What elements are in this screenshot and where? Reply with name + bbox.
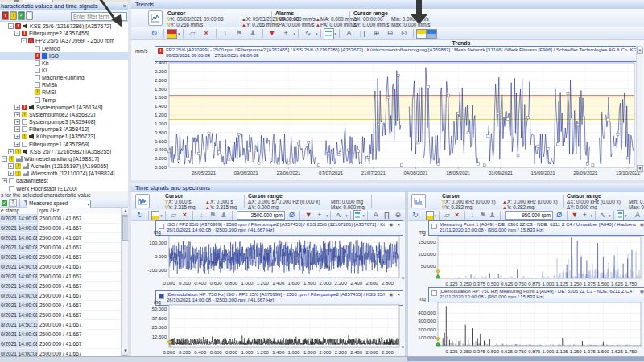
tree-item[interactable]: +!Kühlpumpe1 [A356723] <box>0 133 128 140</box>
zoom-wave-icon[interactable]: ∿ <box>302 28 314 39</box>
table-row[interactable]: 0/2021 14:00:082500.000 / 41.667 <box>0 214 121 224</box>
column-rpm-hz[interactable]: rpm / Hz <box>38 208 60 214</box>
tree-item[interactable]: -!Filterpumpe2 [A357455] <box>0 30 128 37</box>
tree-item[interactable]: Werk Höchstadt [E1200] <box>0 184 128 191</box>
dropdown-arrow-icon[interactable]: ▾ <box>160 213 163 218</box>
expand-expander-icon[interactable]: + <box>8 163 14 169</box>
column-time-stamp[interactable]: e stamp <box>0 208 38 214</box>
characteristic-checkbox[interactable] <box>35 82 40 88</box>
filter-input[interactable] <box>71 12 127 21</box>
tree-item[interactable]: Kh <box>0 60 128 67</box>
zoom-wave-icon[interactable]: ∿ <box>599 210 607 220</box>
table-row[interactable]: 0/2021 14:00:082500.000 / 41.667 <box>0 330 121 339</box>
chart-blue-icon[interactable] <box>427 29 437 39</box>
trends-scrollbar[interactable]: ▲ ▼ <box>636 46 642 173</box>
harmonic-cursor-icon[interactable] <box>353 210 362 221</box>
expand-expander-icon[interactable]: + <box>14 112 20 117</box>
collapse-expander-icon[interactable]: - <box>2 156 7 162</box>
legend-close-icon[interactable]: × <box>397 292 400 298</box>
tree-item[interactable]: +Filterpumpe1 [A357869] <box>0 141 128 148</box>
flag-icon[interactable]: ⚑ <box>208 210 217 220</box>
dropdown-arrow-icon[interactable]: ▾ <box>316 31 318 36</box>
legend-pin-icon[interactable]: ◉ <box>389 292 393 298</box>
tree-item[interactable]: +!Wienstroth (12110074) [A198824] <box>0 170 128 177</box>
legend-pin-icon[interactable]: ◉ <box>640 289 644 294</box>
legend-pin-icon[interactable]: ◉ <box>640 222 644 228</box>
tree-item[interactable]: !ISO <box>0 52 128 60</box>
characteristic-checkbox[interactable] <box>35 46 40 51</box>
characteristic-checkbox[interactable] <box>22 142 27 147</box>
dropdown-arrow-icon[interactable]: ▾ <box>326 213 328 218</box>
tree-item[interactable]: Kl <box>0 67 128 74</box>
alarm-legend-icon[interactable] <box>151 211 160 220</box>
demod-time-chart[interactable]: 50.00037.50025.00012.5000.0000.2000.4000… <box>134 302 406 356</box>
expand-expander-icon[interactable]: + <box>8 149 14 154</box>
chart-yellow-icon[interactable] <box>416 29 427 39</box>
trend-chart[interactable]: 2.4002.2002.0001.8001.6001.4001.2001.000… <box>134 60 641 179</box>
measure-icon[interactable]: ▱ <box>169 210 179 220</box>
alarm-filter[interactable]: ! <box>2 11 9 20</box>
harmonic-cursor-icon[interactable] <box>617 210 625 221</box>
tree-item[interactable]: RMSh <box>0 81 128 88</box>
table-row[interactable]: 0/2021 14:00:082500.000 / 41.667 <box>0 272 121 282</box>
series-checkbox[interactable] <box>431 224 437 229</box>
bottom-scroll-strip[interactable] <box>407 357 644 361</box>
characteristic-checkbox[interactable] <box>9 178 14 183</box>
tree-item[interactable]: -!KSS 25/6 (12167286) [A357672] <box>0 23 128 30</box>
alarm-legend-icon[interactable] <box>167 29 177 39</box>
collapse-expander-icon[interactable]: - <box>21 38 27 43</box>
measure-icon[interactable]: ▱ <box>187 28 199 39</box>
tree-item[interactable]: DeMod <box>0 44 128 51</box>
flag-icon[interactable]: ⚑ <box>233 28 246 39</box>
zoom-out-icon[interactable]: ⊖ <box>384 28 396 39</box>
ok-values-filter-button[interactable]: ✓ <box>2 200 7 206</box>
person-icon[interactable]: ♟ <box>247 28 259 39</box>
refresh-icon[interactable]: ↻ <box>411 210 419 220</box>
alarm-marker-icon[interactable]: ▼ <box>266 28 279 39</box>
table-row[interactable]: 0/2021 14:00:082500.000 / 41.667 <box>0 291 121 301</box>
cursor-tool-icon[interactable]: + <box>580 210 588 220</box>
series-checkbox[interactable] <box>159 294 164 299</box>
tree-item[interactable]: +Filterpumpe3 [A358412] <box>0 125 128 133</box>
series-checkbox[interactable] <box>431 290 437 296</box>
tree-item[interactable]: Temp <box>0 97 128 104</box>
table-row[interactable]: 0/2021 14:00:082500.000 / 41.667 <box>0 311 121 320</box>
table-row[interactable]: 0/2021 14:00:082500.000 / 41.667 <box>0 243 121 253</box>
table-row[interactable]: 0/2021 14:00:082500.000 / 41.667 <box>0 233 121 243</box>
zoom-reset-icon[interactable]: ⊙ <box>398 28 410 39</box>
expand-expander-icon[interactable]: + <box>14 142 20 147</box>
delete-measure-icon[interactable]: × <box>180 210 190 220</box>
person-icon[interactable]: ♟ <box>488 210 496 220</box>
refresh-icon[interactable]: ↻ <box>135 210 145 220</box>
dropdown-arrow-icon[interactable]: ▾ <box>609 213 611 218</box>
speed-track-icon[interactable]: Ø <box>555 210 564 220</box>
dropdown-arrow-icon[interactable]: ▾ <box>625 213 627 218</box>
expand-expander-icon[interactable]: + <box>8 171 14 176</box>
tree-item[interactable]: -!Wärmebehandlung [A198817] <box>0 155 128 162</box>
tree-item[interactable]: +!Systempumpe1 [A361349] <box>0 104 128 111</box>
characteristic-checkbox[interactable] <box>35 60 40 66</box>
demod-spectrum-chart[interactable]: 400.000300.000200.000100.0000.1250.2500.… <box>409 299 644 359</box>
table-row[interactable]: 0/2021 14:00:082500.000 / 41.667 <box>0 301 121 311</box>
speed-input[interactable] <box>237 211 285 220</box>
dropdown-arrow-icon[interactable]: ▾ <box>335 31 337 36</box>
characteristic-checkbox[interactable] <box>22 119 27 125</box>
speed-track-icon[interactable]: Ø <box>287 210 297 220</box>
combo-dropdown-arrow[interactable]: ▾ <box>87 201 89 208</box>
harmonic-cursor-icon[interactable] <box>324 28 334 39</box>
tree-item[interactable]: +Systempumpe3 [A359408] <box>0 118 128 125</box>
refresh-icon[interactable]: ↻ <box>148 28 160 39</box>
delete-measure-icon[interactable]: × <box>453 210 461 220</box>
measure-icon[interactable]: ▱ <box>443 210 451 220</box>
alarm-marker-icon[interactable]: ▼ <box>571 210 579 220</box>
dropdown-arrow-icon[interactable]: ▾ <box>178 31 180 36</box>
series-checkbox[interactable] <box>159 224 164 229</box>
time-signal-chart[interactable]: 100.0000.000-100.0000.0000.2000.4000.600… <box>134 233 406 291</box>
cursor-tool-icon[interactable]: + <box>315 210 324 220</box>
spectrum-chart[interactable]: 150.000100.00050.0000.1250.2500.3750.500… <box>409 233 644 290</box>
zoom-in-icon[interactable]: ⊕ <box>370 28 382 39</box>
tree-item[interactable]: MachineRunning <box>0 74 128 81</box>
characteristic-checkbox[interactable] <box>35 68 40 73</box>
alarm-marker-icon[interactable]: ▼ <box>303 210 313 220</box>
amplitude-icon[interactable]: A <box>371 210 381 220</box>
